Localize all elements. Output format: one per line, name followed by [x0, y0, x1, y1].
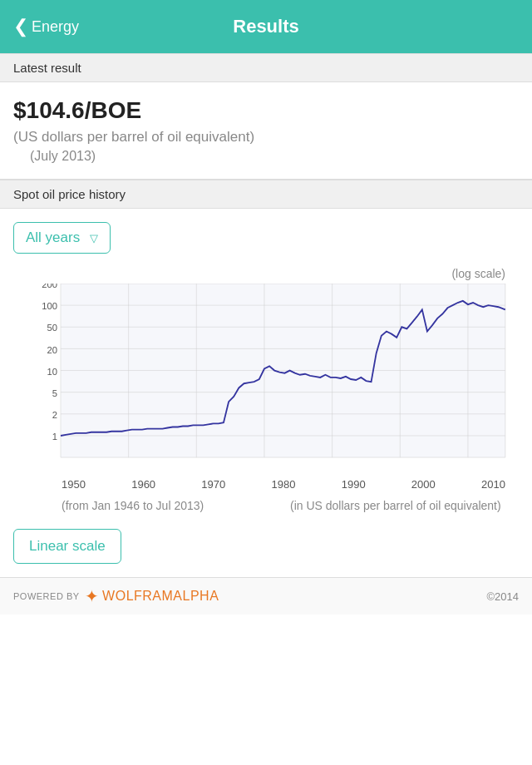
svg-text:200: 200 — [42, 284, 57, 289]
oil-price-chart: 200 100 50 20 10 5 2 1 — [20, 284, 512, 475]
back-arrow-icon: ❮ — [13, 17, 28, 36]
wolfram-name: WolframAlpha — [102, 589, 219, 604]
log-scale-label: (log scale) — [20, 267, 512, 280]
spot-history-block: All years ▽ (log scale) — [0, 209, 532, 519]
wolfram-icon: ✦ — [85, 586, 100, 606]
svg-text:2: 2 — [52, 410, 57, 420]
year-2000: 2000 — [411, 478, 436, 491]
year-1950: 1950 — [62, 478, 86, 491]
year-1970: 1970 — [201, 478, 225, 491]
footer-copyright: ©2014 — [487, 590, 520, 603]
linear-scale-label: Linear scale — [29, 538, 106, 555]
linear-scale-section: Linear scale — [0, 519, 532, 577]
wolfram-logo: ✦ WolframAlpha — [85, 586, 219, 606]
chart-svg-wrapper: 200 100 50 20 10 5 2 1 — [20, 284, 512, 475]
back-label: Energy — [32, 18, 79, 36]
powered-by-text: POWERED BY — [13, 591, 80, 601]
year-selector-label: All years — [26, 230, 80, 246]
year-selector-button[interactable]: All years ▽ — [13, 222, 111, 254]
header: ❮ Energy Results — [0, 0, 532, 53]
svg-text:10: 10 — [47, 367, 57, 377]
chart-footnotes: (from Jan 1946 to Jul 2013) (in US dolla… — [20, 491, 512, 519]
svg-text:100: 100 — [42, 301, 57, 311]
svg-text:5: 5 — [52, 388, 57, 398]
linear-scale-button[interactable]: Linear scale — [13, 529, 121, 564]
latest-date: (July 2013) — [13, 149, 519, 164]
latest-unit: (US dollars per barrel of oil equivalent… — [13, 129, 519, 146]
chart-footnote-date-range: (from Jan 1946 to Jul 2013) — [27, 499, 277, 512]
back-button[interactable]: ❮ Energy — [13, 17, 79, 36]
latest-value: $104.6/BOE — [13, 97, 519, 124]
powered-by: POWERED BY ✦ WolframAlpha — [13, 586, 219, 606]
year-2010: 2010 — [481, 478, 505, 491]
svg-text:20: 20 — [47, 345, 57, 355]
spot-history-section-label: Spot oil price history — [0, 180, 532, 209]
chart-container: (log scale) — [13, 267, 519, 519]
latest-result-section-label: Latest result — [0, 53, 532, 82]
svg-text:50: 50 — [47, 323, 57, 333]
year-1980: 1980 — [272, 478, 296, 491]
latest-result-block: $104.6/BOE (US dollars per barrel of oil… — [0, 82, 532, 180]
footer: POWERED BY ✦ WolframAlpha ©2014 — [0, 577, 532, 614]
year-1990: 1990 — [342, 478, 366, 491]
x-axis: 1950 1960 1970 1980 1990 2000 2010 — [20, 475, 512, 491]
chart-footnote-unit: (in US dollars per barrel of oil equival… — [277, 499, 505, 512]
svg-text:1: 1 — [52, 432, 57, 442]
page-title: Results — [233, 16, 298, 37]
dropdown-arrow-icon: ▽ — [90, 232, 98, 244]
year-1960: 1960 — [131, 478, 155, 491]
